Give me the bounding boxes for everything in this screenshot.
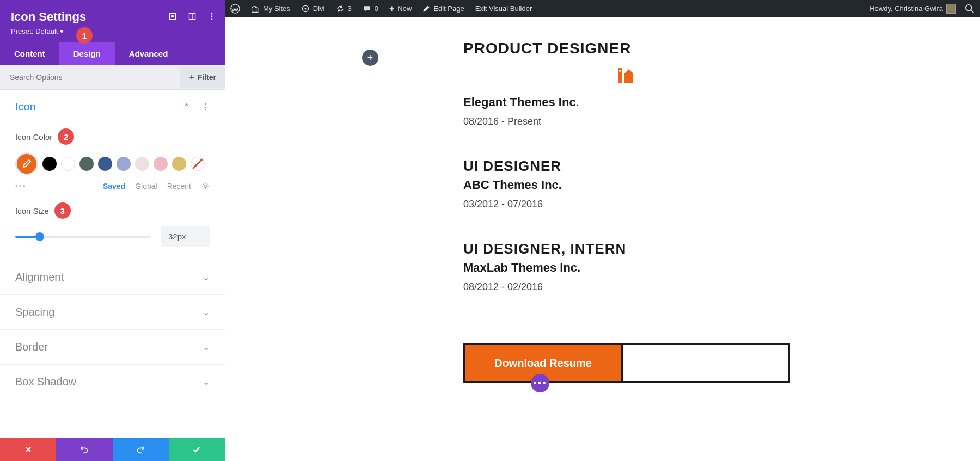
filter-button[interactable]: +Filter	[180, 67, 225, 88]
swatch-lavender[interactable]	[117, 157, 131, 171]
color-picker-button[interactable]	[15, 152, 38, 175]
svg-point-9	[211, 16, 213, 17]
section-alignment: Alignment ⌄	[0, 260, 225, 295]
palette-tabs: ••• Saved Global Recent	[15, 182, 210, 190]
chevron-down-icon: ⌄	[203, 307, 210, 317]
preset-selector[interactable]: Preset: Default ▾	[11, 27, 214, 35]
download-spacer	[623, 345, 788, 381]
svg-point-11	[204, 185, 207, 188]
site-name[interactable]: Divi	[296, 0, 330, 17]
swatch-gold[interactable]	[172, 157, 186, 171]
svg-point-2	[304, 8, 306, 9]
swatch-green-grey[interactable]	[79, 157, 94, 171]
icon-color-label: Icon Color 2	[15, 128, 210, 145]
resume-content: PRODUCT DESIGNER Elegant Themes Inc. 08/…	[463, 40, 790, 293]
search-input[interactable]	[0, 65, 180, 89]
new-content[interactable]: +New	[384, 0, 417, 17]
palette-saved[interactable]: Saved	[103, 182, 125, 190]
section-spacing: Spacing ⌄	[0, 295, 225, 330]
chevron-up-icon: ⌃	[183, 102, 190, 112]
tab-content[interactable]: Content	[0, 42, 59, 65]
avatar	[946, 4, 956, 14]
wp-logo[interactable]	[225, 0, 246, 17]
tab-advanced[interactable]: Advanced	[115, 42, 182, 65]
panel-footer	[0, 438, 225, 461]
svg-point-8	[211, 13, 213, 15]
chevron-down-icon: ⌄	[203, 272, 210, 282]
company-name: ABC Themes Inc.	[463, 178, 790, 192]
columns-icon[interactable]	[188, 12, 197, 21]
annotation-badge-1: 1	[76, 27, 93, 44]
chevron-down-icon: ▾	[60, 27, 64, 35]
exit-visual-builder[interactable]: Exit Visual Builder	[470, 0, 538, 17]
add-module-button[interactable]: +	[362, 50, 378, 66]
job-title: PRODUCT DESIGNER	[463, 40, 790, 57]
job-dates: 03/2012 - 07/2016	[463, 199, 790, 210]
job-dates: 08/2016 - Present	[463, 116, 790, 127]
tab-design[interactable]: Design	[59, 42, 115, 65]
section-icon-toggle[interactable]: Icon ⌃ ⋮	[0, 90, 225, 124]
user-greeting[interactable]: Howdy, Christina Gwira	[864, 0, 959, 17]
more-icon[interactable]	[207, 12, 216, 21]
panel-header: Icon Settings Preset: Default ▾	[0, 0, 225, 42]
swatch-none[interactable]	[191, 157, 205, 171]
wp-admin-bar: My Sites Divi 3 0 +New Edit Page Exit Vi…	[225, 0, 980, 17]
edit-page[interactable]: Edit Page	[417, 0, 469, 17]
expand-icon[interactable]	[168, 12, 177, 21]
palette-more-icon[interactable]: •••	[15, 182, 27, 190]
gear-icon[interactable]	[201, 182, 210, 190]
section-spacing-toggle[interactable]: Spacing ⌄	[0, 295, 225, 329]
annotation-badge-2: 2	[58, 128, 74, 145]
swatch-black[interactable]	[42, 157, 57, 171]
undo-button[interactable]	[56, 438, 112, 461]
settings-panel: Icon Settings Preset: Default ▾ 1 Conten…	[0, 0, 225, 461]
section-icon: Icon ⌃ ⋮ Icon Color 2	[0, 90, 225, 260]
icon-size-value[interactable]: 32px	[161, 226, 210, 247]
redo-button[interactable]	[113, 438, 169, 461]
section-box-shadow: Box Shadow ⌄	[0, 365, 225, 399]
swatch-navy[interactable]	[98, 157, 112, 171]
section-menu-icon[interactable]: ⋮	[201, 102, 210, 112]
download-module: Download Resume •••	[463, 343, 790, 383]
svg-point-3	[966, 4, 972, 10]
design-tools-icon[interactable]	[616, 66, 635, 85]
company-name: MaxLab Themes Inc.	[463, 261, 790, 275]
my-sites[interactable]: My Sites	[246, 0, 296, 17]
palette-global[interactable]: Global	[135, 182, 157, 190]
swatch-pink[interactable]	[154, 157, 168, 171]
section-box-shadow-toggle[interactable]: Box Shadow ⌄	[0, 365, 225, 399]
section-border: Border ⌄	[0, 330, 225, 365]
chevron-down-icon: ⌄	[203, 342, 210, 352]
icon-size-label: Icon Size 3	[15, 202, 210, 219]
page-canvas: + PRODUCT DESIGNER Elegant Themes Inc. 0…	[225, 17, 980, 461]
annotation-badge-3: 3	[54, 202, 71, 219]
settings-tabs: Content Design Advanced	[0, 42, 225, 65]
save-button[interactable]	[169, 438, 225, 461]
search-icon[interactable]	[965, 4, 975, 14]
comments[interactable]: 0	[357, 0, 384, 17]
company-name: Elegant Themes Inc.	[463, 95, 790, 109]
job-title: UI DESIGNER	[463, 158, 790, 175]
swatch-blush[interactable]	[135, 157, 149, 171]
section-border-toggle[interactable]: Border ⌄	[0, 330, 225, 364]
module-options-button[interactable]: •••	[531, 374, 549, 392]
discard-button[interactable]	[0, 438, 56, 461]
color-swatches	[15, 152, 210, 175]
job-title: UI DESIGNER, INTERN	[463, 241, 790, 257]
svg-point-10	[211, 18, 213, 20]
palette-recent[interactable]: Recent	[167, 182, 191, 190]
updates[interactable]: 3	[330, 0, 357, 17]
icon-size-slider[interactable]	[15, 229, 151, 245]
svg-point-13	[619, 70, 621, 72]
chevron-down-icon: ⌄	[203, 377, 210, 387]
svg-point-5	[171, 15, 173, 17]
search-row: +Filter	[0, 65, 225, 90]
swatch-white[interactable]	[61, 157, 75, 171]
section-alignment-toggle[interactable]: Alignment ⌄	[0, 260, 225, 294]
job-dates: 08/2012 - 02/2016	[463, 281, 790, 293]
